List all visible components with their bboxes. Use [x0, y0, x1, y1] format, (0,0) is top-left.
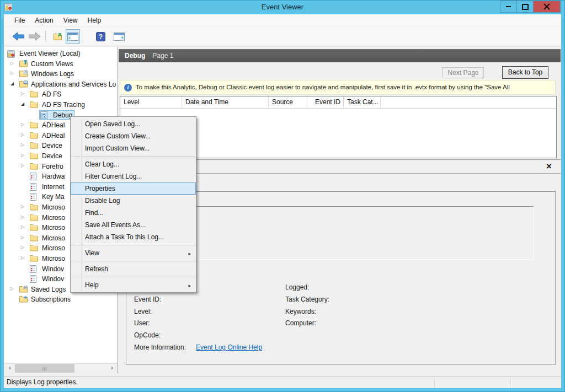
tree-item-custom-views[interactable]: ▷Custom Views [4, 59, 118, 69]
event-log-online-help-link[interactable]: Event Log Online Help [196, 343, 262, 351]
tree-item-windows-logs[interactable]: ▷Windows Logs [4, 69, 118, 79]
context-menu-item-attach-a-task-to-this-log[interactable]: Attach a Task To this Log... [71, 231, 196, 243]
tree-item-ad-fs[interactable]: ▷AD FS [4, 89, 118, 99]
expand-arrow-icon[interactable]: ▷ [21, 255, 24, 260]
title-bar[interactable]: Event Viewer [0, 0, 565, 14]
minimize-button[interactable] [500, 1, 516, 12]
column-header-level[interactable]: Level [120, 96, 182, 108]
context-menu-item-find[interactable]: Find... [71, 207, 196, 219]
tree-item-label: Microso [42, 244, 65, 252]
export-button[interactable] [50, 29, 65, 44]
folder-icon [30, 121, 38, 128]
info-bar-text: To make this Analytic, Debug or Classic … [136, 84, 553, 90]
context-menu-item-import-custom-view[interactable]: Import Custom View... [71, 142, 196, 154]
tree-item-label: Subscriptions [31, 296, 71, 303]
expand-arrow-icon[interactable]: ▷ [10, 61, 14, 66]
context-menu-item-filter-current-log[interactable]: Filter Current Log... [71, 170, 196, 182]
tree-item-label: AD FS [42, 90, 61, 98]
tree-item-label: Custom Views [31, 60, 73, 68]
forward-button[interactable] [27, 29, 41, 44]
column-header-date-and-time[interactable]: Date and Time [182, 96, 269, 108]
menu-action[interactable]: Action [30, 14, 58, 26]
menu-file[interactable]: File [9, 14, 30, 26]
context-menu: Open Saved Log...Create Custom View...Im… [70, 116, 196, 293]
menu-view[interactable]: View [58, 14, 83, 26]
expand-arrow-icon[interactable]: ▷ [21, 132, 24, 137]
show-hide-action-pane-button[interactable] [112, 29, 126, 44]
menu-separator [71, 245, 195, 245]
tree-item-applications-and-services-lo[interactable]: ◢Applications and Services Lo [4, 79, 118, 89]
field-label-opcode: OpCode: [134, 331, 161, 339]
expand-arrow-icon[interactable]: ▷ [10, 286, 14, 291]
context-menu-item-save-all-events-as[interactable]: Save All Events As... [71, 219, 196, 231]
expand-arrow-icon[interactable]: ▷ [21, 245, 24, 250]
next-page-button[interactable]: Next Page [443, 67, 484, 78]
context-menu-item-disable-log[interactable]: Disable Log [71, 195, 196, 207]
submenu-arrow-icon: ▸ [188, 248, 191, 260]
collapse-arrow-icon[interactable]: ◢ [10, 81, 14, 86]
column-header-source[interactable]: Source [269, 96, 307, 108]
tree-item-label: Microso [42, 224, 65, 232]
tree-item-event-viewer-local[interactable]: Event Viewer (Local) [4, 49, 118, 58]
tree-item-label: Windov [42, 275, 64, 283]
help-button[interactable]: ? [93, 29, 108, 44]
folder-saved-icon [19, 286, 28, 293]
folder-icon [30, 142, 38, 149]
expand-arrow-icon[interactable]: ▷ [21, 224, 24, 229]
field-label-computer: Computer: [285, 319, 316, 327]
tree-item-ad-fs-tracing[interactable]: ◢AD FS Tracing [4, 100, 118, 110]
expand-arrow-icon[interactable]: ▷ [21, 142, 24, 147]
close-preview-button[interactable]: × [543, 161, 555, 172]
context-menu-item-open-saved-log[interactable]: Open Saved Log... [71, 118, 196, 130]
close-icon [543, 3, 550, 10]
maximize-button[interactable] [516, 1, 533, 12]
collapse-arrow-icon[interactable]: ◢ [21, 101, 24, 106]
tree-item-label: Forefro [42, 163, 63, 170]
field-label-event-id: Event ID: [134, 296, 161, 303]
context-menu-item-refresh[interactable]: Refresh [71, 263, 196, 275]
back-to-top-button[interactable]: Back to Top [502, 66, 548, 79]
tree-item-label: Event Viewer (Local) [19, 50, 81, 57]
scroll-left-button[interactable]: ‹ [5, 364, 15, 373]
expand-arrow-icon[interactable]: ▷ [21, 91, 24, 96]
expand-arrow-icon[interactable]: ▷ [21, 163, 24, 168]
window-action-icon [114, 33, 125, 41]
root-icon [7, 50, 16, 58]
expand-arrow-icon[interactable]: ▷ [10, 71, 14, 76]
column-header-event-id[interactable]: Event ID [307, 96, 344, 108]
scroll-right-button[interactable]: › [107, 364, 117, 373]
back-button[interactable] [11, 29, 25, 44]
log-page-indicator: Page 1 [152, 52, 173, 60]
context-menu-item-view[interactable]: View▸ [71, 247, 196, 259]
folder-subs-icon [19, 296, 28, 303]
expand-arrow-icon[interactable]: ▷ [21, 235, 24, 240]
tree-horizontal-scrollbar[interactable]: ‹ ||| › [4, 363, 118, 373]
context-menu-item-help[interactable]: Help▸ [71, 279, 196, 291]
column-header-filler [381, 96, 556, 108]
expand-arrow-icon[interactable]: ▷ [21, 204, 24, 209]
tree-item-subscriptions[interactable]: Subscriptions [4, 294, 118, 304]
show-hide-console-tree-button[interactable] [66, 29, 80, 44]
log-red-icon [30, 173, 36, 180]
expand-arrow-icon[interactable]: ▷ [21, 153, 24, 158]
expand-arrow-icon[interactable]: ▷ [21, 214, 24, 219]
tree-item-label: AD FS Tracing [42, 101, 85, 109]
folder-icon [30, 224, 38, 231]
folder-icon [30, 234, 38, 241]
context-menu-item-properties[interactable]: Properties [71, 182, 196, 195]
context-menu-item-clear-log[interactable]: Clear Log... [71, 158, 196, 170]
info-icon: i [124, 84, 132, 92]
menu-help[interactable]: Help [83, 14, 106, 26]
status-divider [434, 378, 435, 387]
field-label-user: User: [134, 319, 150, 327]
submenu-arrow-icon: ▸ [188, 280, 191, 292]
minimize-icon [506, 6, 511, 7]
info-bar: i To make this Analytic, Debug or Classi… [120, 80, 556, 95]
window-tree-icon [67, 33, 78, 41]
expand-arrow-icon[interactable]: ▷ [21, 122, 24, 127]
column-header-task-cat[interactable]: Task Cat... [344, 96, 381, 108]
close-button[interactable] [533, 1, 560, 12]
status-text: Displays Log properties. [7, 377, 78, 388]
context-menu-item-create-custom-view[interactable]: Create Custom View... [71, 130, 196, 142]
scrollbar-thumb[interactable]: ||| [15, 364, 74, 373]
